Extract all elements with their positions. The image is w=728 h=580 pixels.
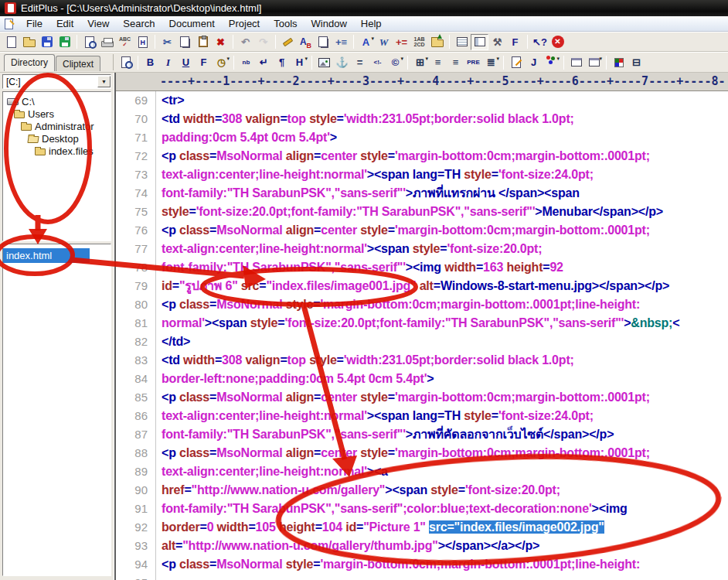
code-line[interactable]: 73text-align:center;line-height:normal'>… [116, 165, 728, 184]
code-line[interactable]: 88<p class=MsoNormal align=center style=… [116, 444, 728, 462]
code-line[interactable]: 78font-family:"TH SarabunPSK","sans-seri… [116, 258, 728, 277]
split-window-icon[interactable]: ⊟ [628, 54, 645, 70]
last-modified-icon[interactable]: ◷▾ [213, 54, 230, 70]
open-file-icon[interactable] [20, 34, 38, 50]
context-help-icon[interactable]: ↖? [531, 34, 549, 50]
spell-check-icon[interactable]: ABC✓ [116, 34, 134, 50]
code-line[interactable]: 89text-align:center;line-height:normal'>… [116, 462, 728, 481]
font-tag-icon[interactable]: F [195, 54, 213, 70]
tab-directory[interactable]: Directory [4, 54, 55, 71]
align-center-icon[interactable]: ≡ [429, 54, 447, 70]
code-line[interactable]: 80<p class=MsoNormal style='margin-botto… [116, 295, 728, 314]
code-line[interactable]: 87font-family:"TH SarabunPSK","sans-seri… [116, 425, 728, 444]
list-icon[interactable]: ≣▾ [482, 54, 500, 70]
javascript-icon[interactable]: J [525, 54, 543, 70]
code-line[interactable]: 70<td width=308 valign=top style='width:… [116, 110, 728, 128]
delete-icon[interactable]: ✖ [212, 34, 230, 50]
menu-item-project[interactable]: Project [222, 16, 267, 31]
code-line[interactable]: 77text-align:center;line-height:normal'>… [116, 240, 728, 258]
script-icon[interactable] [507, 54, 525, 70]
frame-icon[interactable] [567, 54, 585, 70]
tree-item-administrator[interactable]: Administrator [5, 120, 109, 132]
applet-icon[interactable]: ▾ [543, 54, 560, 70]
browser-preview-icon[interactable] [117, 54, 134, 70]
print-icon[interactable] [98, 34, 116, 50]
code-line[interactable]: 82</td> [116, 333, 728, 351]
code-line[interactable]: 85<p class=MsoNormal align=center style=… [116, 388, 728, 407]
directory-window-icon[interactable] [471, 34, 488, 50]
code-line[interactable]: 69<tr> [116, 91, 728, 110]
cut-icon[interactable]: ✂ [158, 34, 176, 50]
code-line[interactable]: 74font-family:"TH SarabunPSK","sans-seri… [116, 184, 728, 203]
word-wrap-icon[interactable]: W [375, 34, 393, 50]
frameset-icon[interactable]: ▾ [585, 54, 603, 70]
menu-item-file[interactable]: File [19, 16, 49, 31]
sort-icon[interactable]: 1AB2CD [410, 34, 428, 50]
code-area[interactable]: 69<tr>70<td width=308 valign=top style='… [116, 91, 728, 580]
align-right-icon[interactable]: ≡ [447, 54, 464, 70]
code-line[interactable]: 76<p class=MsoNormal align=center style=… [116, 221, 728, 240]
menu-item-window[interactable]: Window [304, 16, 354, 31]
code-line[interactable]: 79id="รูปภาพ 6" src="index.files/image00… [116, 277, 728, 295]
insert-template-icon[interactable]: +≡ [332, 34, 350, 50]
save-icon[interactable] [38, 34, 56, 50]
code-line[interactable]: 86text-align:center;line-height:normal'>… [116, 407, 728, 425]
code-line[interactable]: 81normal'><span style='font-size:20.0pt;… [116, 314, 728, 333]
code-line[interactable]: 71padding:0cm 5.4pt 0cm 5.4pt'> [116, 128, 728, 147]
color-palette-icon[interactable] [610, 54, 628, 70]
tree-item-c[interactable]: C:\ [5, 95, 109, 107]
menu-item-help[interactable]: Help [354, 16, 389, 31]
anchor-icon[interactable]: ⚓ [333, 54, 351, 70]
copyright-icon[interactable]: ©▾ [386, 54, 404, 70]
drive-selector[interactable]: [C:] ▼ [2, 74, 111, 89]
user-tools-icon[interactable]: ⚒ [488, 34, 506, 50]
menu-item-edit[interactable]: Edit [49, 16, 80, 31]
menu-item-search[interactable]: Search [116, 16, 162, 31]
tree-item-users[interactable]: Users [5, 107, 109, 120]
code-line[interactable]: 75style='font-size:20.0pt;font-family:"T… [116, 203, 728, 221]
bold-icon[interactable]: B [141, 54, 159, 70]
code-line[interactable]: 72<p class=MsoNormal align=center style=… [116, 147, 728, 165]
tab-cliptext[interactable]: Cliptext [56, 56, 100, 71]
highlighter-icon[interactable] [279, 34, 297, 50]
code-line[interactable]: 91font-family:"TH SarabunPSK","sans-seri… [116, 500, 728, 518]
tree-item-desktop[interactable]: Desktop [5, 132, 109, 145]
code-line[interactable]: 83<td width=308 valign=top style='width:… [116, 351, 728, 370]
comment-icon[interactable]: <!- [369, 54, 386, 70]
tab-indent-icon[interactable]: += [393, 34, 410, 50]
paste-icon[interactable] [194, 34, 212, 50]
font-size-icon[interactable]: A▾ [357, 34, 375, 50]
menu-item-document[interactable]: Document [162, 16, 222, 31]
underline-icon[interactable]: U [177, 54, 195, 70]
code-line[interactable]: 92border=0 width=105 height=104 id="Pict… [116, 518, 728, 537]
italic-icon[interactable]: I [159, 54, 177, 70]
preformatted-icon[interactable]: PRE [464, 54, 482, 70]
html-document-icon[interactable] [134, 34, 151, 50]
code-line[interactable]: 93alt="http://www.nation-u.com/gallery/t… [116, 537, 728, 555]
copy-icon[interactable] [176, 34, 194, 50]
code-line[interactable]: 84border-left:none;padding:0cm 5.4pt 0cm… [116, 370, 728, 388]
dropdown-arrow-icon[interactable]: ▼ [97, 76, 111, 87]
menu-item-view[interactable]: View [80, 16, 116, 31]
save-all-icon[interactable] [56, 34, 73, 50]
tree-item-index.files[interactable]: index.files [5, 145, 109, 157]
menu-item-tools[interactable]: Tools [267, 16, 304, 31]
non-breaking-space-icon[interactable]: nb [237, 54, 255, 70]
table-icon[interactable]: ⊞▾ [411, 54, 429, 70]
image-icon[interactable] [315, 54, 333, 70]
print-preview-icon[interactable] [80, 34, 98, 50]
set-font-icon[interactable]: AB [297, 34, 315, 50]
code-line[interactable]: 90href="http://www.nation-u.com/gallery"… [116, 481, 728, 500]
cliptext-window-icon[interactable] [453, 34, 471, 50]
heading-icon[interactable]: H▾ [291, 54, 308, 70]
code-line[interactable]: 95 [116, 574, 728, 580]
line-break-icon[interactable]: ↵ [255, 54, 273, 70]
new-document-icon[interactable] [2, 34, 20, 50]
sync-directory-icon[interactable] [428, 34, 446, 50]
file-item-index.html[interactable]: index.html [3, 248, 90, 263]
duplicate-line-icon[interactable] [315, 34, 332, 50]
close-document-icon[interactable] [549, 34, 566, 50]
horizontal-rule-icon[interactable]: = [351, 54, 369, 70]
function-list-icon[interactable]: F [506, 34, 524, 50]
paragraph-icon[interactable]: ¶ [273, 54, 291, 70]
